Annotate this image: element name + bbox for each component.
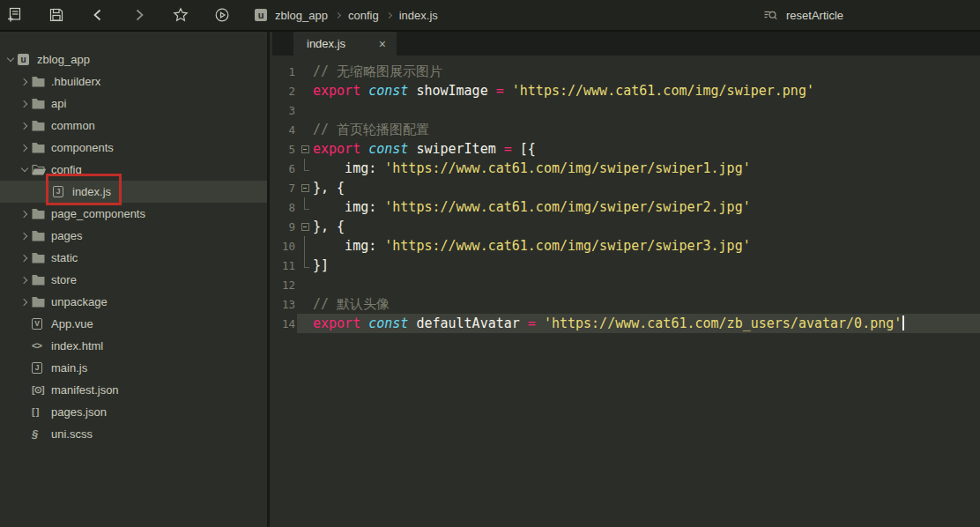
breadcrumb-project[interactable]: zblog_app (275, 9, 328, 22)
toolbar: u zblog_app config index.js resetArticle (0, 0, 980, 32)
caret-expanded-icon[interactable] (4, 58, 18, 61)
chevron-right-icon (386, 11, 392, 18)
project-icon: u (18, 54, 33, 65)
tree-item-store[interactable]: store (0, 269, 267, 291)
fold-margin (297, 294, 313, 314)
tree-item-label: unpackage (51, 295, 108, 308)
save-icon[interactable] (48, 7, 64, 23)
tree-item-pages-json[interactable]: [ ]pages.json (0, 401, 267, 423)
tab-bar: index.js × (272, 32, 980, 56)
line-number: 11 (272, 259, 297, 272)
search-value: resetArticle (786, 9, 843, 22)
fold-toggle-icon[interactable] (297, 139, 313, 159)
code-text: img: 'https://www.cat61.com/img/swiper/s… (313, 159, 980, 178)
code-line-7[interactable]: 7}, { (272, 178, 980, 197)
code-line-9[interactable]: 9}, { (272, 217, 980, 236)
tree-item-page-components[interactable]: page_components (0, 203, 267, 225)
folder-open-icon (32, 164, 47, 175)
toolbar-search[interactable]: resetArticle (763, 0, 843, 30)
tree-item-manifest-json[interactable]: [⊙]manifest.json (0, 379, 267, 401)
tree-item-pages[interactable]: pages (0, 225, 267, 247)
caret-collapsed-icon[interactable] (18, 101, 32, 107)
forward-icon[interactable] (131, 7, 147, 23)
code-line-5[interactable]: 5export const swiperItem = [{ (272, 139, 980, 159)
fold-guide (297, 236, 313, 256)
code-text (313, 275, 980, 294)
caret-expanded-icon[interactable] (18, 168, 32, 171)
file-html-icon: <> (32, 341, 47, 351)
code-line-10[interactable]: 10 img: 'https://www.cat61.com/img/swipe… (272, 236, 980, 256)
code-text: img: 'https://www.cat61.com/img/swiper/s… (313, 236, 980, 256)
uniapp-project-icon: u (255, 9, 267, 21)
code-editor[interactable]: 1// 无缩略图展示图片2export const showImage = 'h… (272, 56, 980, 333)
tree-item-main-js[interactable]: Jmain.js (0, 357, 267, 379)
tree-item-unpackage[interactable]: unpackage (0, 291, 267, 313)
caret-collapsed-icon[interactable] (18, 278, 32, 283)
file-explorer: uzblog_app.hbuilderxapicommoncomponentsc… (0, 32, 270, 527)
file-js-icon: J (32, 362, 47, 374)
file-vue-icon: V (32, 318, 47, 330)
file-json-icon: [ ] (32, 407, 47, 417)
fold-guide (297, 159, 313, 178)
code-line-2[interactable]: 2export const showImage = 'https://www.c… (272, 81, 980, 100)
code-text: img: 'https://www.cat61.com/img/swiper/s… (313, 197, 980, 217)
fold-toggle-icon[interactable] (297, 178, 313, 197)
tree-item-zblog-app[interactable]: uzblog_app (0, 48, 267, 71)
hbuilderx-window: u zblog_app config index.js resetArticle… (0, 0, 980, 527)
line-number: 8 (272, 201, 297, 214)
line-number: 13 (272, 298, 297, 311)
code-line-12[interactable]: 12 (272, 275, 980, 294)
search-icon (763, 8, 778, 23)
back-icon[interactable] (90, 7, 106, 23)
file-json-manifest-icon: [⊙] (32, 385, 47, 395)
tree-item--hbuilderx[interactable]: .hbuilderx (0, 71, 267, 93)
code-line-8[interactable]: 8 img: 'https://www.cat61.com/img/swiper… (272, 197, 980, 217)
line-number: 12 (272, 278, 297, 292)
tree-item-app-vue[interactable]: VApp.vue (0, 313, 267, 335)
project-tree: uzblog_app.hbuilderxapicommoncomponentsc… (0, 48, 267, 445)
code-line-14[interactable]: 14export const defaultAvatar = 'https://… (272, 314, 980, 333)
code-line-3[interactable]: 3 (272, 100, 980, 120)
code-line-6[interactable]: 6 img: 'https://www.cat61.com/img/swiper… (272, 159, 980, 178)
tree-item-config[interactable]: config (0, 159, 267, 181)
caret-collapsed-icon[interactable] (18, 79, 32, 85)
tree-item-label: page_components (51, 207, 145, 220)
star-icon[interactable] (173, 7, 189, 23)
tree-item-label: App.vue (51, 317, 93, 330)
line-number: 10 (272, 240, 297, 253)
folder-icon (32, 98, 47, 109)
tree-item-label: config (51, 163, 82, 176)
tree-item-common[interactable]: common (0, 115, 267, 137)
caret-collapsed-icon[interactable] (18, 256, 32, 261)
tree-item-index-js[interactable]: Jindex.js (0, 181, 267, 203)
tree-item-index-html[interactable]: <>index.html (0, 335, 267, 357)
caret-collapsed-icon[interactable] (18, 123, 32, 129)
breadcrumb-folder[interactable]: config (348, 9, 379, 22)
caret-collapsed-icon[interactable] (18, 145, 32, 151)
caret-collapsed-icon[interactable] (18, 234, 32, 239)
fold-margin (297, 81, 313, 100)
chevron-right-icon (335, 11, 341, 18)
tab-index-js[interactable]: index.js × (293, 32, 397, 56)
caret-collapsed-icon[interactable] (18, 212, 32, 217)
fold-guide (297, 256, 313, 275)
code-line-11[interactable]: 11}] (272, 256, 980, 275)
code-line-1[interactable]: 1// 无缩略图展示图片 (272, 62, 980, 81)
tree-item-label: .hbuilderx (51, 75, 100, 88)
code-line-13[interactable]: 13// 默认头像 (272, 294, 980, 314)
code-line-4[interactable]: 4// 首页轮播图配置 (272, 120, 980, 139)
run-icon[interactable] (214, 7, 230, 23)
code-text: export const showImage = 'https://www.ca… (313, 81, 980, 100)
fold-margin (297, 314, 313, 333)
fold-toggle-icon[interactable] (297, 217, 313, 236)
code-text: export const defaultAvatar = 'https://ww… (313, 314, 980, 333)
tree-item-label: index.js (72, 185, 111, 198)
tree-item-static[interactable]: static (0, 247, 267, 269)
tree-item-components[interactable]: components (0, 137, 267, 159)
new-file-icon[interactable] (7, 7, 23, 23)
caret-collapsed-icon[interactable] (18, 300, 32, 305)
tab-close-icon[interactable]: × (379, 38, 386, 50)
tree-item-uni-scss[interactable]: §uni.scss (0, 423, 267, 445)
tree-item-api[interactable]: api (0, 93, 267, 115)
breadcrumb-file[interactable]: index.js (399, 9, 438, 22)
